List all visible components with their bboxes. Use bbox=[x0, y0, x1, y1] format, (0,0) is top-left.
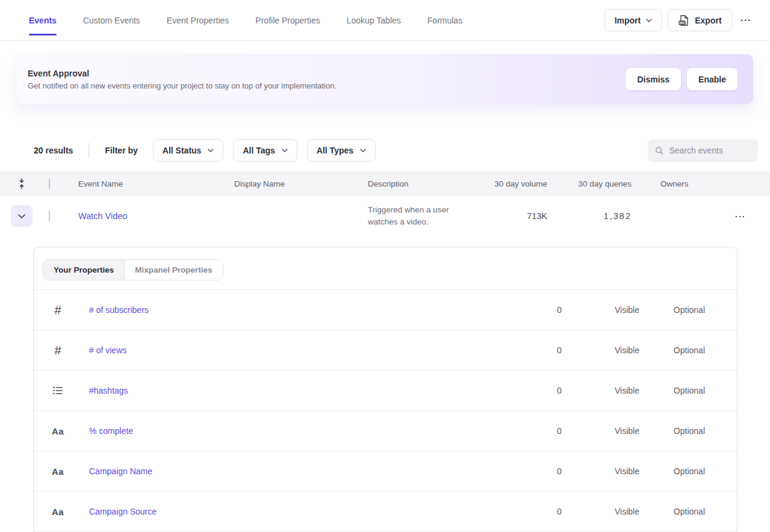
property-requirement: Optional bbox=[639, 507, 705, 516]
event-name-link[interactable]: Watch Video bbox=[78, 211, 127, 221]
types-filter-label: All Types bbox=[317, 146, 353, 155]
select-all-checkbox[interactable] bbox=[49, 179, 50, 189]
event-queries: 1,382 bbox=[547, 211, 632, 221]
property-row: #hashtags 0 Visible Optional bbox=[34, 370, 737, 410]
property-visibility: Visible bbox=[562, 426, 639, 436]
enable-button[interactable]: Enable bbox=[687, 68, 737, 90]
banner-description: Get notified on all new events entering … bbox=[28, 81, 337, 90]
tags-filter-label: All Tags bbox=[243, 146, 275, 155]
column-display-name: Display Name bbox=[234, 179, 343, 188]
event-description: Triggered when a user watches a video. bbox=[368, 205, 449, 226]
property-visibility: Visible bbox=[562, 305, 639, 315]
property-visibility: Visible bbox=[562, 466, 639, 476]
property-queries: 0 bbox=[538, 426, 562, 436]
tab-mixpanel-properties[interactable]: Mixpanel Properties bbox=[124, 260, 222, 280]
chevron-down-icon bbox=[18, 214, 25, 218]
types-filter-dropdown[interactable]: All Types bbox=[307, 139, 376, 162]
export-button[interactable]: CSV Export bbox=[668, 9, 731, 31]
chevron-down-icon bbox=[208, 149, 214, 152]
property-visibility: Visible bbox=[562, 507, 639, 516]
column-description: Description bbox=[368, 179, 480, 188]
event-approval-banner: Event Approval Get notified on all new e… bbox=[17, 54, 753, 104]
row-checkbox[interactable] bbox=[49, 211, 50, 221]
property-row: # # of subscribers 0 Visible Optional bbox=[34, 289, 737, 330]
dismiss-button[interactable]: Dismiss bbox=[626, 68, 681, 90]
export-button-label: Export bbox=[695, 16, 721, 25]
tab-formulas[interactable]: Formulas bbox=[427, 13, 462, 28]
column-30-day-volume: 30 day volume bbox=[480, 179, 547, 188]
property-name-link[interactable]: Campaign Name bbox=[89, 466, 152, 476]
filter-by-label: Filter by bbox=[105, 146, 137, 155]
property-row: Aa Campaign Source 0 Visible Optional bbox=[34, 491, 737, 531]
text-type-icon: Aa bbox=[51, 466, 65, 477]
properties-panel: Your Properties Mixpanel Properties # # … bbox=[33, 247, 737, 532]
collapse-all-icon bbox=[17, 178, 26, 189]
events-table-header: Event Name Display Name Description 30 d… bbox=[0, 172, 770, 196]
property-row: # # of views 0 Visible Optional bbox=[34, 330, 737, 370]
tab-event-properties[interactable]: Event Properties bbox=[167, 13, 229, 28]
property-requirement: Optional bbox=[639, 305, 705, 315]
tab-events[interactable]: Events bbox=[29, 13, 57, 28]
property-name-link[interactable]: #hashtags bbox=[89, 386, 128, 395]
divider bbox=[88, 143, 89, 158]
nav-more-button[interactable]: ••• bbox=[737, 13, 756, 28]
property-name-link[interactable]: % complete bbox=[89, 426, 133, 436]
column-30-day-queries: 30 day queries bbox=[547, 179, 632, 188]
properties-tabs: Your Properties Mixpanel Properties bbox=[43, 259, 223, 280]
property-queries: 0 bbox=[538, 386, 562, 395]
banner-actions: Dismiss Enable bbox=[626, 68, 737, 90]
column-owners: Owners bbox=[660, 179, 709, 188]
search-events-box bbox=[648, 140, 758, 162]
filter-bar: 20 results Filter by All Status All Tags… bbox=[0, 138, 770, 162]
nav-tabs: Events Custom Events Event Properties Pr… bbox=[29, 13, 462, 28]
property-requirement: Optional bbox=[639, 426, 705, 436]
row-more-button[interactable]: ••• bbox=[733, 209, 748, 224]
text-type-icon: Aa bbox=[51, 507, 65, 517]
number-type-icon: # bbox=[51, 344, 65, 357]
tab-your-properties[interactable]: Your Properties bbox=[43, 260, 124, 280]
property-requirement: Optional bbox=[639, 345, 705, 355]
chevron-down-icon bbox=[646, 19, 652, 22]
text-type-icon: Aa bbox=[51, 426, 65, 436]
import-button[interactable]: Import bbox=[604, 9, 663, 31]
list-type-icon bbox=[51, 386, 65, 395]
csv-file-icon: CSV bbox=[678, 14, 689, 26]
property-name-link[interactable]: # of views bbox=[89, 345, 126, 355]
property-queries: 0 bbox=[538, 345, 562, 355]
chevron-down-icon bbox=[360, 149, 366, 152]
top-navigation: Events Custom Events Event Properties Pr… bbox=[0, 0, 770, 41]
import-button-label: Import bbox=[615, 16, 641, 25]
banner-text: Event Approval Get notified on all new e… bbox=[28, 69, 337, 90]
collapse-row-button[interactable] bbox=[11, 205, 33, 227]
search-icon bbox=[655, 146, 663, 156]
tab-profile-properties[interactable]: Profile Properties bbox=[255, 13, 320, 28]
property-name-link[interactable]: # of subscribers bbox=[89, 305, 149, 315]
properties-list: # # of subscribers 0 Visible Optional # … bbox=[34, 289, 737, 532]
chevron-down-icon bbox=[282, 149, 288, 152]
column-event-name: Event Name bbox=[78, 179, 206, 188]
property-visibility: Visible bbox=[562, 345, 639, 355]
tab-lookup-tables[interactable]: Lookup Tables bbox=[347, 13, 401, 28]
status-filter-dropdown[interactable]: All Status bbox=[153, 139, 224, 162]
banner-title: Event Approval bbox=[28, 69, 337, 78]
property-queries: 0 bbox=[538, 507, 562, 516]
event-row-watch-video: Watch Video Triggered when a user watche… bbox=[0, 196, 770, 237]
search-events-input[interactable] bbox=[669, 146, 751, 155]
tab-custom-events[interactable]: Custom Events bbox=[83, 13, 140, 28]
property-requirement: Optional bbox=[639, 466, 705, 476]
svg-text:CSV: CSV bbox=[680, 21, 686, 24]
nav-actions: Import CSV Export ••• bbox=[604, 9, 756, 31]
property-row: Aa % complete 0 Visible Optional bbox=[34, 410, 737, 451]
results-count: 20 results bbox=[34, 146, 73, 155]
property-visibility: Visible bbox=[562, 386, 639, 395]
property-name-link[interactable]: Campaign Source bbox=[89, 507, 157, 516]
event-volume: 713K bbox=[480, 211, 547, 221]
collapse-all-button[interactable] bbox=[17, 178, 26, 189]
tags-filter-dropdown[interactable]: All Tags bbox=[233, 139, 297, 162]
property-requirement: Optional bbox=[639, 386, 705, 395]
status-filter-label: All Status bbox=[163, 146, 202, 155]
property-queries: 0 bbox=[538, 466, 562, 476]
property-row: Aa Campaign Name 0 Visible Optional bbox=[34, 451, 737, 491]
number-type-icon: # bbox=[51, 303, 65, 317]
property-queries: 0 bbox=[538, 305, 562, 315]
